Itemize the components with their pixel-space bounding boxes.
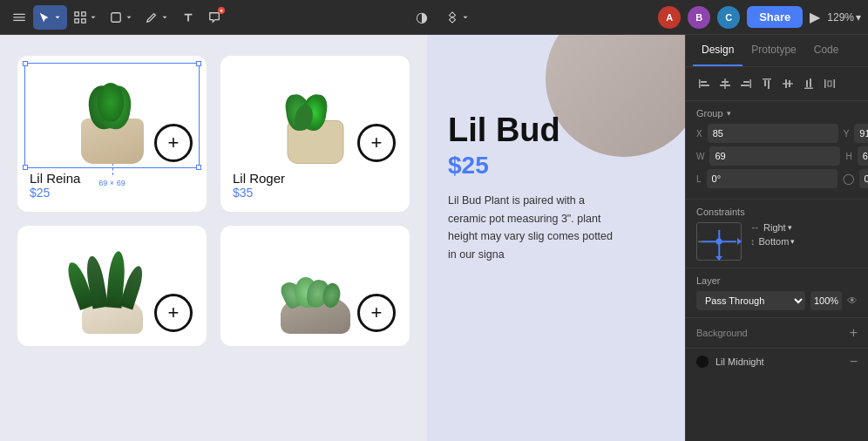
detail-name: Lil Bud — [448, 113, 664, 146]
constraint-arrow-right — [737, 238, 742, 245]
canvas-right: Lil Bud $25 Lil Bud Plant is paired with… — [427, 35, 685, 441]
add-button-roger[interactable]: + — [357, 124, 396, 162]
product-card-roger[interactable]: + Lil Roger $35 — [220, 56, 410, 212]
svg-rect-12 — [722, 81, 729, 83]
right-panel: Design Prototype Code — [685, 35, 868, 441]
plant-image-4: + — [233, 238, 397, 334]
svg-rect-5 — [75, 18, 78, 22]
product-detail: Lil Bud $25 Lil Bud Plant is paired with… — [448, 113, 664, 264]
tab-code[interactable]: Code — [805, 35, 848, 66]
constraint-arrow-bottom — [715, 256, 722, 261]
toolbar-right: A B C Share ▶ 129% ▾ — [658, 6, 861, 29]
align-middle-v[interactable] — [778, 74, 797, 93]
svg-rect-16 — [741, 85, 749, 86]
background-section: Background + — [686, 318, 868, 349]
opacity-input[interactable] — [810, 291, 842, 310]
rotation-input[interactable] — [707, 169, 837, 188]
svg-rect-18 — [764, 80, 766, 86]
align-bottom[interactable] — [799, 74, 818, 93]
constraint-v-arrow: ↕ — [750, 236, 756, 247]
align-center-h[interactable] — [715, 74, 735, 93]
frame-tool[interactable] — [69, 5, 103, 30]
tab-design[interactable]: Design — [693, 35, 743, 66]
product-card-reina[interactable]: 69 × 69 + — [17, 56, 207, 212]
menu-button[interactable] — [7, 5, 31, 30]
svg-rect-25 — [810, 78, 811, 87]
h-label: H — [845, 152, 851, 161]
play-button[interactable]: ▶ — [810, 9, 820, 25]
w-label: W — [696, 152, 704, 161]
constraint-right-row: ↔ Right ▾ — [750, 222, 795, 233]
svg-rect-21 — [785, 79, 787, 88]
foliage-4 — [282, 260, 348, 308]
detail-price: $25 — [448, 152, 664, 180]
svg-rect-22 — [789, 80, 790, 87]
main-area: 69 × 69 + — [0, 35, 868, 441]
x-input[interactable] — [708, 124, 838, 143]
comment-tool[interactable]: ● — [202, 5, 227, 30]
add-button-4[interactable]: + — [357, 294, 396, 332]
plant-image-reina: + — [30, 68, 194, 164]
corner-input[interactable] — [859, 169, 868, 188]
layer-section: Layer Pass Through 👁 — [686, 268, 868, 318]
panel-tabs: Design Prototype Code — [686, 35, 868, 67]
constraint-right-select[interactable]: Right ▾ — [763, 222, 792, 233]
tab-prototype[interactable]: Prototype — [743, 35, 804, 66]
shape-tool[interactable] — [105, 5, 139, 30]
svg-rect-8 — [699, 79, 701, 88]
foliage-roger — [282, 78, 348, 131]
text-tool[interactable] — [176, 5, 200, 30]
constraint-bottom-select[interactable]: Bottom ▾ — [759, 236, 796, 247]
background-label: Background — [696, 328, 748, 338]
foliage-reina — [82, 72, 143, 129]
constraints-diagram — [696, 222, 742, 261]
product-card-3[interactable]: + — [17, 226, 207, 346]
svg-rect-28 — [828, 81, 831, 86]
visibility-toggle[interactable]: 👁 — [847, 295, 858, 307]
h-input[interactable] — [858, 146, 868, 166]
svg-rect-20 — [783, 83, 793, 85]
theme-toggle[interactable]: ◑ — [410, 5, 434, 30]
pass-through-select[interactable]: Pass Through — [696, 291, 805, 310]
group-header[interactable]: Group ▾ — [696, 108, 858, 119]
remove-fill-button[interactable]: − — [850, 354, 858, 370]
detail-description: Lil Bud Plant is paired with a ceramic p… — [448, 192, 618, 264]
y-input[interactable] — [854, 124, 868, 143]
svg-rect-27 — [834, 79, 836, 88]
svg-rect-23 — [804, 88, 813, 90]
add-button-reina[interactable]: + — [154, 124, 193, 162]
avatar-3: C — [717, 6, 740, 29]
pen-tool[interactable] — [140, 5, 174, 30]
select-tool[interactable] — [33, 5, 67, 30]
svg-rect-11 — [724, 78, 726, 89]
share-button[interactable]: Share — [747, 6, 803, 28]
component-tool[interactable] — [441, 5, 475, 30]
x-label: X — [696, 129, 702, 139]
distribute-h[interactable] — [820, 74, 839, 93]
add-background-button[interactable]: + — [850, 325, 858, 341]
group-chevron: ▾ — [727, 109, 731, 118]
w-input[interactable] — [709, 146, 840, 166]
zoom-control[interactable]: 129% ▾ — [827, 11, 861, 24]
handle-tl — [23, 61, 28, 66]
align-right[interactable] — [736, 74, 756, 93]
product-card-4[interactable]: + — [220, 226, 410, 346]
svg-rect-13 — [720, 85, 730, 86]
add-button-3[interactable]: + — [154, 294, 193, 332]
toolbar-left: ● — [7, 5, 227, 30]
constraints-header: Constraints — [696, 207, 858, 217]
toolbar: ● ◑ A B C Share ▶ 129% ▾ — [0, 0, 868, 35]
svg-rect-14 — [750, 79, 752, 88]
fill-color-dot[interactable] — [696, 356, 709, 368]
constraint-h-arrow: ↔ — [750, 222, 760, 233]
fill-item: Lil Midnight − — [686, 349, 868, 375]
align-left[interactable] — [695, 74, 714, 93]
align-top[interactable] — [757, 74, 776, 93]
canvas[interactable]: 69 × 69 + — [0, 35, 685, 441]
y-label: Y — [844, 129, 850, 139]
handle-br — [196, 165, 201, 170]
rotation-row: L ◯ ··· — [696, 169, 858, 188]
svg-rect-4 — [82, 11, 85, 15]
corner-label: ◯ — [843, 173, 854, 185]
wh-row: W H ⌀ — [696, 146, 858, 166]
